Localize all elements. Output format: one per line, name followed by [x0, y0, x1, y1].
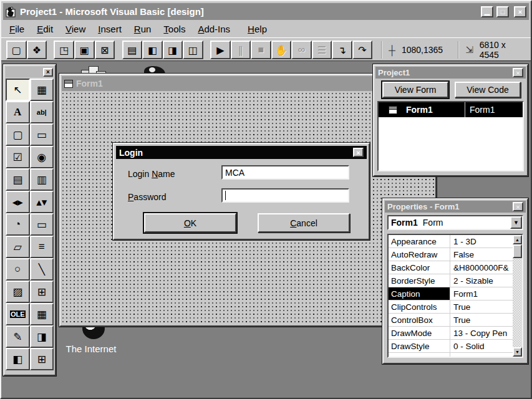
- tool-pointer[interactable]: ↖: [6, 79, 30, 101]
- properties-button[interactable]: ◧: [142, 41, 163, 59]
- open-project-button[interactable]: ◳: [54, 41, 74, 59]
- tool-file-list[interactable]: ≡: [30, 236, 54, 258]
- pause-icon: ∥: [238, 44, 243, 56]
- close-icon[interactable]: ×: [513, 68, 523, 77]
- password-input[interactable]: [221, 188, 349, 203]
- frame-icon: ▢: [12, 128, 22, 142]
- minimize-icon[interactable]: ▁: [481, 6, 493, 17]
- image-icon: ▨: [12, 286, 22, 299]
- tool-db-grid[interactable]: ▦: [30, 303, 54, 325]
- login-name-value: MCA: [225, 168, 244, 178]
- tool-text-box[interactable]: ab|: [30, 101, 54, 123]
- tool-command-button[interactable]: ▭: [30, 123, 54, 146]
- tool-hscrollbar[interactable]: ◂▸: [6, 191, 30, 213]
- property-row-selected[interactable]: CaptionForm1: [389, 287, 513, 300]
- run-button[interactable]: ▶: [210, 41, 231, 59]
- tool-db-list[interactable]: ◧: [6, 348, 30, 370]
- tool-ole[interactable]: OLE: [6, 303, 30, 325]
- property-row[interactable]: BackColor&H8000000F&: [389, 261, 513, 274]
- close-icon[interactable]: ×: [514, 6, 526, 17]
- tool-check-box[interactable]: ☑: [6, 146, 30, 168]
- lock-controls-button[interactable]: ⊠: [95, 41, 115, 59]
- toolbox-titlebar[interactable]: ×: [6, 67, 54, 77]
- login-titlebar[interactable]: Login ×: [116, 146, 367, 159]
- tool-frame[interactable]: ▢: [6, 123, 30, 146]
- step-over-button[interactable]: ↷: [352, 41, 373, 59]
- tool-line[interactable]: ╲: [30, 258, 54, 281]
- tool-grid-control[interactable]: ⊞: [30, 348, 54, 370]
- close-icon[interactable]: ×: [43, 68, 53, 77]
- add-module-button[interactable]: ❖: [27, 41, 47, 59]
- tool-db-combo[interactable]: ◨: [30, 325, 54, 348]
- new-form-button[interactable]: ▢: [6, 41, 27, 59]
- close-icon[interactable]: ×: [353, 148, 364, 157]
- scrollbar-thumb[interactable]: [513, 244, 522, 258]
- chevron-down-icon[interactable]: ▼: [510, 216, 522, 229]
- properties-scrollbar[interactable]: ▲ ▼: [513, 235, 522, 357]
- db-list-icon: ◧: [12, 353, 22, 366]
- main-titlebar[interactable]: Project1 - Microsoft Visual Basic [desig…: [3, 3, 529, 20]
- scroll-down-icon[interactable]: ▼: [513, 347, 522, 357]
- menu-view[interactable]: View: [59, 22, 92, 36]
- menu-file[interactable]: File: [3, 22, 31, 36]
- object-combobox[interactable]: Form1 Form ▼: [387, 215, 523, 230]
- property-row[interactable]: Appearance1 - 3D: [389, 235, 513, 248]
- project-titlebar[interactable]: Project1 ×: [375, 67, 526, 79]
- close-icon[interactable]: ×: [513, 202, 523, 211]
- tool-label[interactable]: A: [6, 101, 30, 123]
- menu-help[interactable]: Help: [241, 22, 273, 36]
- menu-insert[interactable]: Insert: [92, 22, 128, 36]
- menu-editor-button[interactable]: ▤: [122, 41, 143, 59]
- cancel-button[interactable]: Cancel: [258, 213, 350, 233]
- end-button[interactable]: ■: [251, 41, 271, 59]
- menu-edit[interactable]: Edit: [31, 22, 59, 36]
- property-row[interactable]: BorderStyle2 - Sizable: [389, 274, 513, 287]
- menu-tools[interactable]: Tools: [157, 22, 191, 36]
- tool-dir-list[interactable]: ▱: [6, 236, 30, 258]
- toolbox-window: × ↖ ▦ A ab| ▢ ▭ ☑ ◉ ▤ ▥ ◂▸ ▴▾ ◔ ▭ ▱ ≡ ○ …: [3, 64, 56, 376]
- tool-picture-box[interactable]: ▦: [30, 79, 54, 101]
- property-row[interactable]: AutoRedrawFalse: [389, 248, 513, 261]
- view-code-button[interactable]: View Code: [455, 82, 521, 98]
- position-indicator: ┼ 1080,1365: [381, 41, 449, 59]
- size-indicator: ⇲ 6810 x 4545: [458, 41, 531, 59]
- tool-combo-box[interactable]: ▤: [6, 168, 30, 191]
- instant-watch-button[interactable]: ∞: [291, 41, 312, 59]
- step-into-icon: ↴: [338, 44, 346, 56]
- calls-button[interactable]: ☰: [312, 41, 332, 59]
- break-button[interactable]: ∥: [231, 41, 251, 59]
- size-value: 6810 x 4545: [480, 40, 525, 60]
- hscrollbar-icon: ◂▸: [12, 196, 23, 209]
- property-row[interactable]: DrawStyle0 - Solid: [389, 340, 513, 353]
- step-into-button[interactable]: ↴: [332, 41, 352, 59]
- object-browser-button[interactable]: ◨: [163, 41, 183, 59]
- tool-data-control[interactable]: ⊞: [30, 281, 54, 303]
- project-window-button[interactable]: ◫: [183, 41, 203, 59]
- tool-shape[interactable]: ○: [6, 258, 30, 281]
- check-box-icon: ☑: [13, 151, 22, 164]
- tool-list-box[interactable]: ▥: [30, 168, 54, 191]
- save-project-button[interactable]: ▣: [74, 41, 95, 59]
- property-row[interactable]: DrawWidth1: [389, 353, 513, 358]
- maximize-icon[interactable]: □: [496, 6, 509, 17]
- toggle-breakpoint-button[interactable]: ✋: [271, 41, 292, 59]
- tool-option-button[interactable]: ◉: [30, 146, 54, 168]
- tool-vscrollbar[interactable]: ▴▾: [30, 191, 54, 213]
- ok-button[interactable]: OK: [144, 213, 236, 233]
- view-form-button[interactable]: View Form: [382, 82, 448, 98]
- property-row[interactable]: DrawMode13 - Copy Pen: [389, 327, 513, 340]
- property-row[interactable]: ClipControlsTrue: [389, 300, 513, 314]
- project-file-list[interactable]: Form1 Form1: [377, 101, 524, 171]
- tool-pen[interactable]: ✎: [6, 325, 30, 348]
- properties-titlebar[interactable]: Properties - Form1 ×: [385, 201, 526, 213]
- tool-timer[interactable]: ◔: [6, 213, 30, 236]
- tool-image[interactable]: ▨: [6, 281, 30, 303]
- project-item-form1[interactable]: Form1 Form1: [379, 102, 523, 117]
- desktop-icon-internet-label[interactable]: The Internet: [54, 344, 128, 354]
- menu-add-ins[interactable]: Add-Ins: [191, 22, 236, 36]
- login-name-input[interactable]: MCA: [221, 165, 349, 180]
- scroll-up-icon[interactable]: ▲: [513, 235, 522, 244]
- menu-run[interactable]: Run: [128, 22, 158, 36]
- property-row[interactable]: ControlBoxTrue: [389, 314, 513, 327]
- tool-drive-list[interactable]: ▭: [30, 213, 54, 236]
